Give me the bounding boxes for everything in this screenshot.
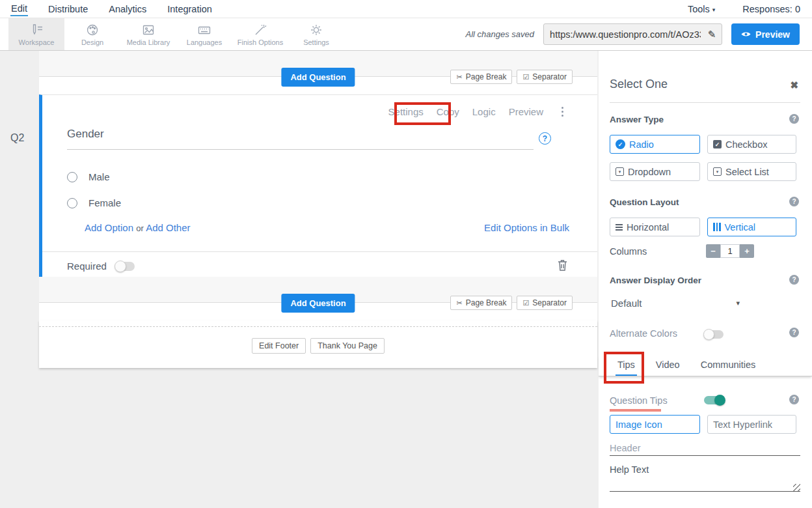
answer-option-label[interactable]: Female [88,197,121,208]
columns-value: 1 [720,244,740,258]
required-label: Required [67,261,107,272]
scissors-icon: ✂ [456,299,462,307]
nav-tab-analytics[interactable]: Analytics [108,2,147,16]
tip-type-label: Image Icon [616,419,662,430]
add-other-link[interactable]: Add Other [146,222,190,233]
layout-option-label: Vertical [725,222,756,233]
toolbar-item-label: Settings [303,38,329,46]
columns-label: Columns [610,246,647,257]
text-hyperlink-button[interactable]: Text Hyperlink [707,415,796,434]
zone-actions: ✂Page Break ☑Separator [450,70,573,84]
help-icon[interactable]: ? [789,328,799,337]
answer-type-select-list-button[interactable]: ▾ Select List [707,162,796,181]
selected-value: Default [611,298,642,309]
more-options-icon[interactable] [562,107,563,117]
dashed-divider [39,326,597,327]
layout-option-label: Horizontal [627,222,669,233]
toolbar-item-design[interactable]: Design [64,18,120,50]
add-question-button[interactable]: Add Question [281,294,355,313]
horizontal-lines-icon [616,224,623,231]
question-logic-link[interactable]: Logic [472,106,496,117]
toolbar-item-label: Media Library [127,38,170,46]
toggle-knob [714,395,725,406]
dropdown-box-icon: ▾ [713,167,722,176]
responses-count[interactable]: Responses: 0 [742,4,800,14]
toolbar-item-label: Design [81,38,103,46]
required-toggle[interactable] [115,262,135,271]
alternate-colors-toggle[interactable] [704,330,724,339]
question-settings-panel: Select One ✖ Answer Type ? ✓ Radio ✓ Che… [599,51,812,508]
separator-button[interactable]: ☑Separator [517,70,573,84]
add-option-links: Add Option or Add Other [85,222,191,233]
question-title-underline [67,149,534,150]
tab-tips[interactable]: Tips [616,355,637,376]
survey-url-input[interactable] [544,29,702,40]
tip-help-text-input[interactable] [610,464,800,492]
add-option-link[interactable]: Add Option [85,222,133,233]
radio-selected-icon: ✓ [616,139,625,149]
edit-options-in-bulk-link[interactable]: Edit Options in Bulk [484,222,569,233]
question-card: Settings Copy Logic Preview Gender ? Mal… [39,94,597,277]
question-preview-link[interactable]: Preview [509,106,543,117]
question-copy-link[interactable]: Copy [437,106,459,117]
toolbar-item-finish-options[interactable]: Finish Options [232,18,288,50]
tools-label: Tools [688,4,710,14]
page-break-label: Page Break [466,298,507,307]
question-tips-toggle[interactable] [704,396,725,404]
layout-vertical-button[interactable]: Vertical [707,218,796,236]
question-settings-link[interactable]: Settings [388,106,424,117]
question-help-icon[interactable]: ? [539,132,551,145]
answer-type-radio-button[interactable]: ✓ Radio [610,135,700,154]
preview-label: Preview [755,29,790,40]
separator-label: Separator [532,72,567,81]
chevron-down-icon: ▾ [712,7,716,13]
toolbar-item-workspace[interactable]: Workspace [8,18,64,50]
tab-video[interactable]: Video [654,355,682,376]
radio-button-icon[interactable] [67,172,77,182]
questionpro-survey-editor: Edit Distribute Analytics Integration To… [0,0,812,508]
answer-type-dropdown-button[interactable]: ▾ Dropdown [610,162,700,181]
delete-question-icon[interactable] [558,259,567,274]
thank-you-page-button[interactable]: Thank You Page [310,338,385,354]
magic-wand-icon [253,23,267,37]
required-row: Required [67,261,135,272]
nav-tab-edit[interactable]: Edit [10,1,28,16]
layout-horizontal-button[interactable]: Horizontal [610,218,700,236]
toolbar-item-settings[interactable]: Settings [288,18,344,50]
preview-button[interactable]: Preview [731,23,800,45]
page-break-button[interactable]: ✂Page Break [450,296,512,310]
add-question-zone-top: Add Question ✂Page Break ☑Separator [39,51,597,94]
toolbar-item-media-library[interactable]: Media Library [120,18,176,50]
close-icon[interactable]: ✖ [790,79,798,91]
tools-menu[interactable]: Tools▾ [688,4,715,14]
edit-url-button[interactable]: ✎ [702,29,722,40]
decrement-button[interactable]: − [706,244,720,258]
radio-button-icon[interactable] [67,198,77,208]
tab-communities[interactable]: Communities [699,355,758,376]
tip-header-input[interactable] [610,440,800,456]
question-actions: Settings Copy Logic Preview [388,106,563,117]
edit-footer-button[interactable]: Edit Footer [252,338,306,354]
answer-type-label: Answer Type [610,115,664,124]
nav-tab-integration[interactable]: Integration [167,2,213,16]
help-icon[interactable]: ? [789,395,799,404]
resize-handle[interactable] [793,484,800,491]
help-icon[interactable]: ? [789,275,799,285]
help-icon[interactable]: ? [789,114,799,124]
page-break-button[interactable]: ✂Page Break [450,70,512,84]
separator-button[interactable]: ☑Separator [517,296,573,310]
top-nav: Edit Distribute Analytics Integration To… [0,0,812,18]
answer-option-label[interactable]: Male [88,171,110,182]
image-icon-button[interactable]: Image Icon [610,415,700,434]
answer-display-order-select[interactable]: Default ▾ [611,298,740,309]
toolbar-item-languages[interactable]: Languages [176,18,232,50]
add-question-button[interactable]: Add Question [281,68,355,87]
answer-type-checkbox-button[interactable]: ✓ Checkbox [707,135,796,154]
question-layout-label: Question Layout [610,197,679,207]
nav-tab-distribute[interactable]: Distribute [47,2,88,16]
question-title[interactable]: Gender [67,128,104,141]
workspace-pencil-icon [29,23,44,37]
increment-button[interactable]: + [740,244,754,258]
help-icon[interactable]: ? [789,197,799,206]
vertical-bars-icon [713,223,721,231]
